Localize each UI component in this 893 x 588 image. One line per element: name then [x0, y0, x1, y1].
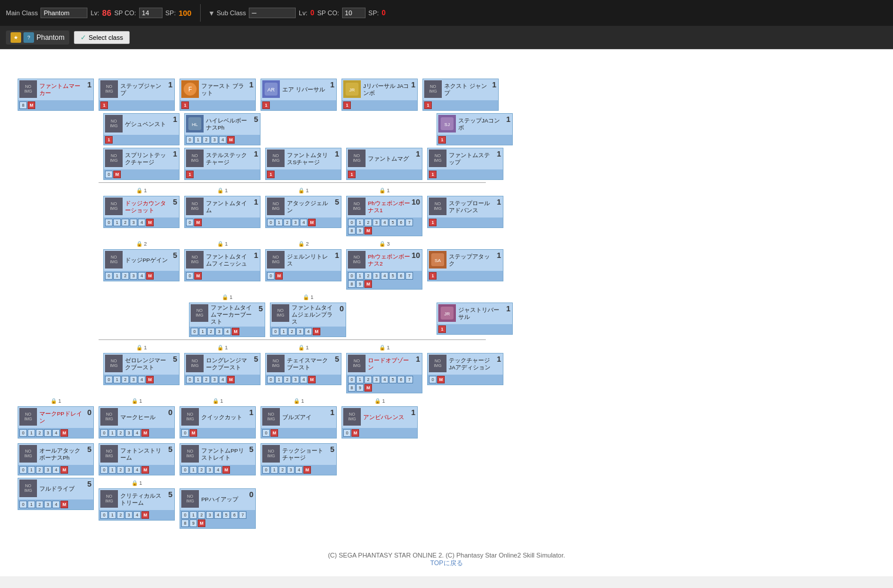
lvbtn-rz-4[interactable]: 4	[381, 376, 388, 383]
lvbtn-pw1-M[interactable]: M	[364, 227, 372, 234]
lvbtn-dp-1[interactable]: 1	[113, 272, 121, 280]
lvbtn-dp-2[interactable]: 2	[121, 272, 129, 280]
lvbtn-jr-1[interactable]: 1	[343, 101, 351, 109]
lvbtn-rz-M[interactable]: M	[364, 384, 372, 392]
lvbtn-pht-M[interactable]: M	[194, 219, 202, 226]
lvbtn-ptj-M[interactable]: M	[313, 328, 320, 335]
lvbtn-geshu-1[interactable]: 1	[105, 136, 113, 144]
lvbtn-ptf-M[interactable]: M	[194, 272, 202, 280]
lvbtn-pm-1[interactable]: 1	[348, 171, 356, 178]
lvbtn-cm-1[interactable]: 1	[275, 376, 283, 383]
lvbtn-dc-0[interactable]: 0	[105, 219, 113, 226]
lvbtn-pw1-9[interactable]: 9	[356, 227, 364, 234]
lvbtn-tsc-2[interactable]: 2	[279, 466, 286, 474]
lvbtn-qc-M[interactable]: M	[190, 429, 197, 437]
lvbtn-pw1-2[interactable]: 2	[364, 219, 372, 226]
lvbtn-mh-2[interactable]: 2	[117, 429, 124, 437]
lvbtn-aj-M[interactable]: M	[308, 219, 316, 226]
lvbtn-mh-4[interactable]: 4	[133, 429, 141, 437]
lvbtn-dc-4[interactable]: 4	[138, 219, 146, 226]
lvbtn-cs-0[interactable]: 0	[100, 511, 108, 519]
lvbtn-cm-3[interactable]: 3	[292, 376, 299, 383]
lvbtn-pw2-7[interactable]: 7	[405, 272, 413, 280]
lvbtn-cs-M[interactable]: M	[141, 511, 149, 519]
lvbtn-aj-4[interactable]: 4	[300, 219, 307, 226]
lvbtn-pht-0[interactable]: 0	[186, 219, 194, 226]
lvbtn-lr-2[interactable]: 2	[202, 376, 210, 383]
lvbtn-zr-3[interactable]: 3	[130, 376, 137, 383]
lvbtn-mpd-M[interactable]: M	[60, 429, 68, 437]
lvbtn-rz-7[interactable]: 7	[405, 376, 413, 383]
lvbtn-fd-2[interactable]: 2	[36, 501, 43, 508]
lvbtn-fd-4[interactable]: 4	[52, 501, 60, 508]
lvbtn-8[interactable]: 8	[19, 101, 27, 109]
lvbtn-ptj-2[interactable]: 2	[288, 328, 296, 335]
lvbtn-aa-1[interactable]: 1	[28, 466, 35, 474]
lvbtn-aa-3[interactable]: 3	[44, 466, 52, 474]
lvbtn-pw2-4[interactable]: 4	[381, 272, 388, 280]
lvbtn-phs-4[interactable]: 4	[133, 466, 141, 474]
lvbtn-mh-M[interactable]: M	[141, 429, 149, 437]
lvbtn-rz-0[interactable]: 0	[348, 376, 356, 383]
lvbtn-mh-0[interactable]: 0	[100, 429, 108, 437]
lvbtn-M[interactable]: M	[28, 101, 35, 109]
lvbtn-ptj-1[interactable]: 1	[280, 328, 287, 335]
lvbtn-be-M[interactable]: M	[270, 429, 278, 437]
lvbtn-pw1-3[interactable]: 3	[373, 219, 380, 226]
lvbtn-dp-3[interactable]: 3	[130, 272, 137, 280]
lvbtn-sth-1[interactable]: 1	[186, 171, 194, 178]
lvbtn-zr-M[interactable]: M	[146, 376, 154, 383]
lvbtn-rz-2[interactable]: 2	[364, 376, 372, 383]
top-link[interactable]: TOPに戻る	[430, 559, 462, 566]
lvbtn-dp-M[interactable]: M	[146, 272, 154, 280]
lvbtn-dc-M[interactable]: M	[146, 219, 154, 226]
lvbtn-lr-0[interactable]: 0	[186, 376, 194, 383]
lvbtn-dp-4[interactable]: 4	[138, 272, 146, 280]
lvbtn-aa-0[interactable]: 0	[19, 466, 27, 474]
lvbtn-mpd-0[interactable]: 0	[19, 429, 27, 437]
lvbtn-nj-1[interactable]: 1	[424, 101, 432, 109]
lvbtn-pph-0[interactable]: 0	[181, 511, 189, 519]
lvbtn-cm-0[interactable]: 0	[267, 376, 275, 383]
lvbtn-lr-M[interactable]: M	[227, 376, 235, 383]
lvbtn-pw2-3[interactable]: 3	[373, 272, 380, 280]
lvbtn-fd-0[interactable]: 0	[19, 501, 27, 508]
lvbtn-zr-0[interactable]: 0	[105, 376, 113, 383]
lvbtn-lr-1[interactable]: 1	[194, 376, 202, 383]
lvbtn-aa-4[interactable]: 4	[52, 466, 60, 474]
lvbtn-dp-0[interactable]: 0	[105, 272, 113, 280]
lvbtn-dc-1[interactable]: 1	[113, 219, 121, 226]
lvbtn-cs-4[interactable]: 4	[133, 511, 141, 519]
lvbtn-rz-8[interactable]: 8	[348, 384, 356, 392]
lvbtn-aj-3[interactable]: 3	[292, 219, 299, 226]
lvbtn-ptj-3[interactable]: 3	[296, 328, 304, 335]
lvbtn-ppr-3[interactable]: 3	[206, 466, 214, 474]
lvbtn-step-1[interactable]: 1	[100, 101, 108, 109]
lvbtn-dc-2[interactable]: 2	[121, 219, 129, 226]
lvbtn-tca-M[interactable]: M	[437, 376, 445, 383]
lvbtn-ppr-M[interactable]: M	[222, 466, 230, 474]
lvbtn-pph-9[interactable]: 9	[190, 519, 197, 527]
lvbtn-pw1-1[interactable]: 1	[356, 219, 364, 226]
lvbtn-pt-1[interactable]: 1	[267, 171, 275, 178]
lvbtn-rz-9[interactable]: 9	[356, 384, 364, 392]
lvbtn-pw1-4[interactable]: 4	[381, 219, 388, 226]
lvbtn-pw2-1[interactable]: 1	[356, 272, 364, 280]
lvbtn-ptm-2[interactable]: 2	[207, 328, 215, 335]
lvbtn-ppr-2[interactable]: 2	[198, 466, 205, 474]
lvbtn-hl-2[interactable]: 2	[202, 136, 210, 144]
lvbtn-lr-3[interactable]: 3	[211, 376, 218, 383]
lvbtn-ptm-3[interactable]: 3	[215, 328, 223, 335]
lvbtn-sja-1[interactable]: 1	[438, 136, 446, 144]
lvbtn-sta-1[interactable]: 1	[429, 272, 437, 280]
lvbtn-pw1-6[interactable]: 6	[397, 219, 405, 226]
lvbtn-hl-3[interactable]: 3	[211, 136, 218, 144]
lvbtn-mh-1[interactable]: 1	[109, 429, 116, 437]
lvbtn-pw2-5[interactable]: 5	[389, 272, 397, 280]
lvbtn-phs-M[interactable]: M	[141, 466, 149, 474]
lvbtn-mpd-2[interactable]: 2	[36, 429, 43, 437]
lvbtn-zr-1[interactable]: 1	[113, 376, 121, 383]
lvbtn-pph-5[interactable]: 5	[222, 511, 230, 519]
lvbtn-sr-1[interactable]: 1	[429, 219, 437, 226]
lvbtn-pph-3[interactable]: 3	[206, 511, 214, 519]
